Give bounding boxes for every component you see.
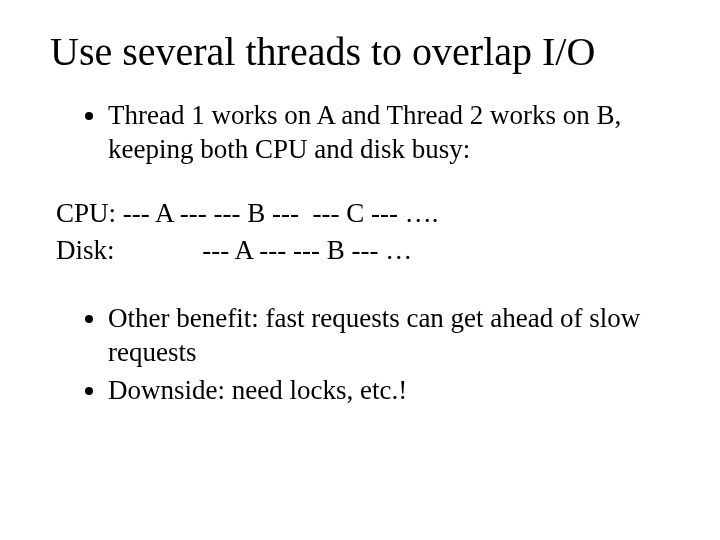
- bullet-item: Thread 1 works on A and Thread 2 works o…: [108, 99, 680, 167]
- bullet-list-bottom: Other benefit: fast requests can get ahe…: [80, 302, 680, 407]
- timeline-disk: Disk: --- A --- --- B --- …: [56, 235, 412, 265]
- timeline-block: CPU: --- A --- --- B --- --- C --- …. Di…: [56, 195, 680, 271]
- timeline-cpu: CPU: --- A --- --- B --- --- C --- ….: [56, 198, 438, 228]
- slide-title: Use several threads to overlap I/O: [50, 28, 680, 75]
- bullet-item: Downside: need locks, etc.!: [108, 374, 680, 408]
- slide: Use several threads to overlap I/O Threa…: [0, 0, 720, 540]
- slide-body: Thread 1 works on A and Thread 2 works o…: [80, 99, 680, 407]
- bullet-item: Other benefit: fast requests can get ahe…: [108, 302, 680, 370]
- bullet-list-top: Thread 1 works on A and Thread 2 works o…: [80, 99, 680, 167]
